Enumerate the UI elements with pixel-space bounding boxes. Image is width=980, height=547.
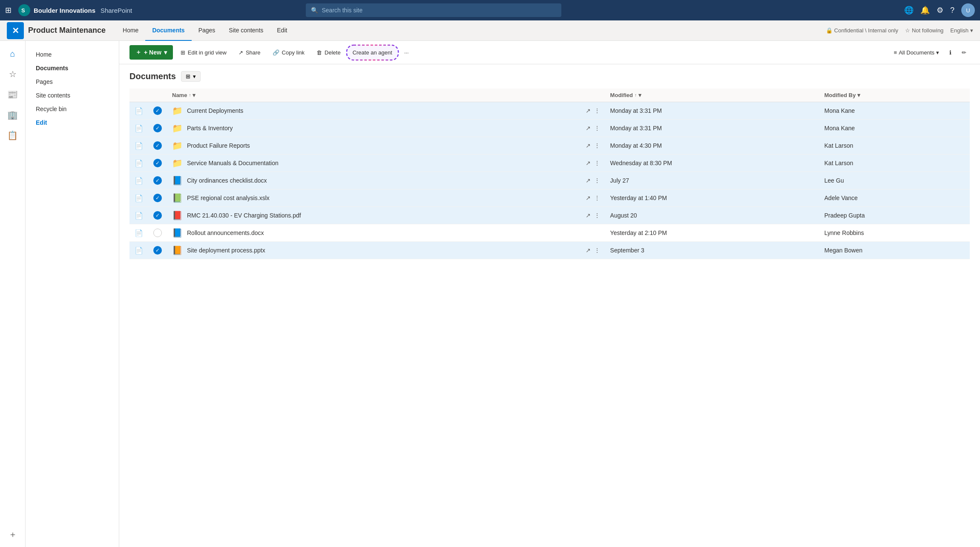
table-row[interactable]: 📄 ✓ 📁 Product Failure Reports ↗ ⋮ Monday… [129, 137, 970, 155]
page-nav-home[interactable]: Home [26, 48, 119, 61]
file-name[interactable]: Rollout announcements.docx [187, 229, 264, 236]
row-check-cell[interactable]: ✓ [148, 155, 167, 172]
share-row-icon[interactable]: ↗ [586, 177, 591, 184]
nav-pages[interactable]: Pages [192, 20, 222, 41]
delete-button[interactable]: 🗑 Delete [312, 47, 345, 58]
row-check-cell[interactable] [148, 224, 167, 242]
file-name[interactable]: Site deployment process.pptx [187, 247, 265, 254]
more-row-icon[interactable]: ⋮ [594, 247, 600, 254]
file-name[interactable]: Product Failure Reports [187, 142, 250, 149]
row-check-cell[interactable]: ✓ [148, 172, 167, 189]
edit-columns-icon: ✏ [962, 49, 966, 56]
edit-columns-button[interactable]: ✏ [958, 48, 970, 57]
row-name-cell[interactable]: 📘 Rollout announcements.docx [167, 224, 581, 242]
share-row-icon[interactable]: ↗ [586, 107, 591, 114]
row-name-cell[interactable]: 📕 RMC 21.40.030 - EV Charging Stations.p… [167, 207, 581, 224]
sidebar-follow-icon[interactable]: ☆ [3, 65, 22, 83]
globe-icon[interactable]: 🌐 [904, 6, 914, 15]
nav-site-contents[interactable]: Site contents [222, 20, 270, 41]
row-check-cell[interactable]: ✓ [148, 120, 167, 137]
page-nav-pages[interactable]: Pages [26, 75, 119, 89]
row-check-cell[interactable]: ✓ [148, 207, 167, 224]
row-check-cell[interactable]: ✓ [148, 189, 167, 207]
more-row-icon[interactable]: ⋮ [594, 212, 600, 219]
more-button[interactable]: ··· [400, 47, 413, 58]
table-row[interactable]: 📄 ✓ 📕 RMC 21.40.030 - EV Charging Statio… [129, 207, 970, 224]
sidebar-news-icon[interactable]: 📰 [3, 85, 22, 104]
top-nav-icons: 🌐 🔔 ⚙ ? U [904, 3, 975, 17]
nav-home[interactable]: Home [116, 20, 145, 41]
all-documents-button[interactable]: ≡ All Documents ▾ [891, 48, 943, 57]
share-row-icon[interactable]: ↗ [586, 142, 591, 149]
th-name[interactable]: Name ↑ ▾ [167, 89, 581, 102]
nav-documents[interactable]: Documents [145, 20, 191, 41]
row-check-cell[interactable]: ✓ [148, 242, 167, 259]
new-button[interactable]: ＋ + New ▾ [129, 45, 173, 60]
file-name[interactable]: Current Deployments [187, 107, 243, 114]
table-row[interactable]: 📄 ✓ 📙 Site deployment process.pptx ↗ ⋮ S… [129, 242, 970, 259]
page-nav-recycle-bin[interactable]: Recycle bin [26, 102, 119, 116]
sidebar-content-icon[interactable]: 📋 [3, 126, 22, 145]
suite-nav-right: 🔒 Confidential \ Internal only ☆ Not fol… [826, 27, 973, 34]
table-row[interactable]: 📄 ✓ 📁 Parts & Inventory ↗ ⋮ Monday at 3:… [129, 120, 970, 137]
search-bar[interactable]: 🔍 [306, 3, 561, 17]
row-check-cell[interactable]: ✓ [148, 137, 167, 155]
share-row-icon[interactable]: ↗ [586, 160, 591, 166]
file-name[interactable]: Parts & Inventory [187, 125, 233, 132]
language-selector[interactable]: English ▾ [950, 27, 973, 34]
edit-grid-view-button[interactable]: ⊞ Edit in grid view [176, 47, 231, 58]
modified-by-filter-icon[interactable]: ▾ [857, 92, 860, 98]
table-row[interactable]: 📄 📘 Rollout announcements.docx Yesterday… [129, 224, 970, 242]
modified-filter-icon[interactable]: ▾ [638, 92, 641, 98]
file-name[interactable]: RMC 21.40.030 - EV Charging Stations.pdf [187, 212, 301, 219]
more-row-icon[interactable]: ⋮ [594, 107, 600, 114]
not-following-button[interactable]: ☆ Not following [905, 27, 943, 34]
page-nav-documents[interactable]: Documents [26, 61, 119, 75]
share-row-icon[interactable]: ↗ [586, 125, 591, 132]
avatar[interactable]: U [961, 3, 975, 17]
row-name-cell[interactable]: 📙 Site deployment process.pptx [167, 242, 581, 259]
copy-link-button[interactable]: 🔗 Copy link [268, 47, 309, 58]
bell-icon[interactable]: 🔔 [920, 6, 930, 15]
row-name-cell[interactable]: 📘 City ordinances checklist.docx [167, 172, 581, 189]
sidebar-create-icon[interactable]: ＋ [3, 525, 22, 544]
table-row[interactable]: 📄 ✓ 📁 Current Deployments ↗ ⋮ Monday at … [129, 102, 970, 120]
row-name-cell[interactable]: 📗 PSE regional cost analysis.xslx [167, 189, 581, 207]
search-input[interactable] [322, 7, 556, 14]
file-name[interactable]: City ordinances checklist.docx [187, 177, 267, 184]
more-row-icon[interactable]: ⋮ [594, 177, 600, 184]
row-name-cell[interactable]: 📁 Product Failure Reports [167, 137, 581, 155]
row-name-cell[interactable]: 📁 Parts & Inventory [167, 120, 581, 137]
row-name-cell[interactable]: 📁 Service Manuals & Documentation [167, 155, 581, 172]
share-button[interactable]: ↗ Share [234, 47, 265, 58]
name-filter-icon[interactable]: ▾ [193, 92, 195, 98]
sidebar-sites-icon[interactable]: 🏢 [3, 106, 22, 124]
page-nav-site-contents[interactable]: Site contents [26, 89, 119, 102]
row-check-cell[interactable]: ✓ [148, 102, 167, 120]
more-row-icon[interactable]: ⋮ [594, 160, 600, 166]
more-row-icon[interactable]: ⋮ [594, 125, 600, 132]
share-row-icon[interactable]: ↗ [586, 247, 591, 254]
table-row[interactable]: 📄 ✓ 📗 PSE regional cost analysis.xslx ↗ … [129, 189, 970, 207]
file-name[interactable]: Service Manuals & Documentation [187, 160, 279, 166]
sidebar-home-icon[interactable]: ⌂ [3, 44, 22, 63]
table-row[interactable]: 📄 ✓ 📁 Service Manuals & Documentation ↗ … [129, 155, 970, 172]
site-logo-area: ✕ Product Maintenance [7, 22, 106, 39]
nav-edit[interactable]: Edit [270, 20, 294, 41]
info-button[interactable]: ℹ [946, 48, 955, 57]
file-name[interactable]: PSE regional cost analysis.xslx [187, 195, 270, 201]
page-nav-edit[interactable]: Edit [26, 116, 119, 129]
more-row-icon[interactable]: ⋮ [594, 142, 600, 149]
more-row-icon[interactable]: ⋮ [594, 195, 600, 201]
share-row-icon[interactable]: ↗ [586, 195, 591, 201]
waffle-icon[interactable]: ⊞ [5, 6, 11, 15]
settings-icon[interactable]: ⚙ [937, 6, 943, 15]
view-switcher[interactable]: ⊞ ▾ [181, 71, 201, 82]
help-icon[interactable]: ? [950, 6, 954, 15]
share-row-icon[interactable]: ↗ [586, 212, 591, 219]
table-row[interactable]: 📄 ✓ 📘 City ordinances checklist.docx ↗ ⋮… [129, 172, 970, 189]
th-modified-by[interactable]: Modified By ▾ [819, 89, 970, 102]
th-modified[interactable]: Modified ↑ ▾ [605, 89, 819, 102]
create-agent-button[interactable]: Create an agent [348, 47, 397, 58]
row-name-cell[interactable]: 📁 Current Deployments [167, 102, 581, 120]
